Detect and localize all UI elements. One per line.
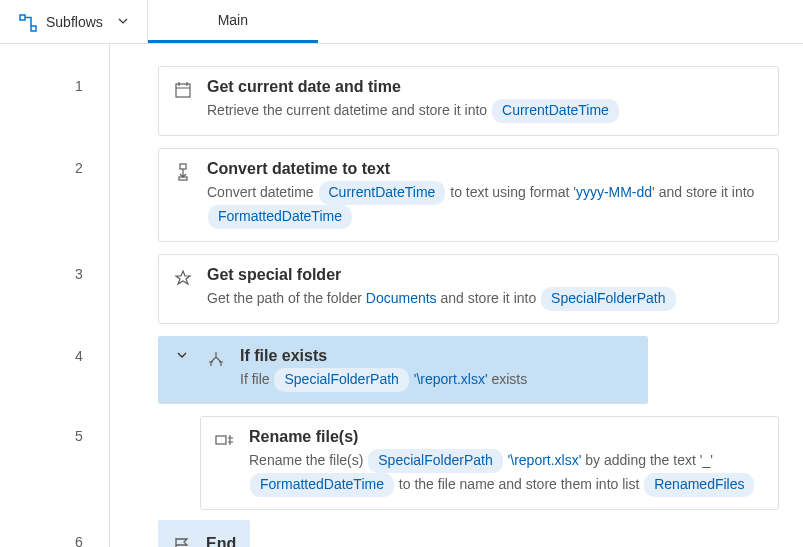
toolbar: Subflows Main <box>0 0 803 44</box>
line-number: 2 <box>24 142 134 176</box>
step-description: Rename the file(s) SpecialFolderPath '\r… <box>249 449 764 497</box>
svg-rect-3 <box>180 164 186 169</box>
chevron-down-icon[interactable] <box>172 349 192 361</box>
flow-step-end[interactable]: 6 End <box>134 516 779 547</box>
svg-rect-1 <box>31 26 36 31</box>
flow-step[interactable]: 1 Get current date and time Retrieve the… <box>134 60 779 142</box>
subflows-label: Subflows <box>46 14 103 30</box>
step-title: Get current date and time <box>207 77 764 97</box>
step-title: Get special folder <box>207 265 764 285</box>
variable-chip[interactable]: SpecialFolderPath <box>368 449 502 473</box>
flow-step-if[interactable]: 4 If file exists If file SpecialFold <box>134 330 779 410</box>
svg-rect-4 <box>179 177 187 180</box>
chevron-down-icon <box>117 14 129 30</box>
step-description: Convert datetime CurrentDateTime to text… <box>207 181 764 229</box>
rename-icon <box>215 430 235 450</box>
svg-rect-5 <box>216 436 226 444</box>
calendar-icon <box>173 80 193 100</box>
svg-rect-0 <box>20 15 25 20</box>
convert-icon <box>173 162 193 182</box>
step-title: Rename file(s) <box>249 427 764 447</box>
line-number: 5 <box>24 410 134 444</box>
flow-icon <box>18 13 38 33</box>
step-title: End <box>206 535 236 548</box>
tab-label: Main <box>218 12 248 28</box>
svg-rect-2 <box>176 84 190 97</box>
line-number: 1 <box>24 60 134 94</box>
tab-bar: Main <box>148 0 318 43</box>
star-icon <box>173 268 193 288</box>
step-description: Get the path of the folder Documents and… <box>207 287 764 311</box>
flow-step[interactable]: 2 Convert datetime to text Convert datet… <box>134 142 779 248</box>
branch-icon <box>206 349 226 369</box>
line-number: 3 <box>24 248 134 282</box>
flow-step[interactable]: 3 Get special folder Get the path of the… <box>134 248 779 330</box>
step-title: Convert datetime to text <box>207 159 764 179</box>
flag-icon <box>172 535 192 547</box>
tab-main[interactable]: Main <box>148 0 318 43</box>
variable-chip[interactable]: CurrentDateTime <box>492 99 619 123</box>
line-gutter <box>0 44 110 547</box>
variable-chip[interactable]: RenamedFiles <box>644 473 754 497</box>
subflows-dropdown[interactable]: Subflows <box>0 0 147 43</box>
step-title: If file exists <box>240 346 634 366</box>
variable-chip[interactable]: FormattedDateTime <box>208 205 352 229</box>
step-description: Retrieve the current datetime and store … <box>207 99 764 123</box>
line-number: 6 <box>24 516 134 547</box>
flow-step-nested[interactable]: 5 Rename file(s) Rename the file(s) Spec… <box>176 410 779 516</box>
flow-content: 1 Get current date and time Retrieve the… <box>110 44 803 547</box>
variable-chip[interactable]: FormattedDateTime <box>250 473 394 497</box>
variable-chip[interactable]: CurrentDateTime <box>319 181 446 205</box>
flow-area: 1 Get current date and time Retrieve the… <box>0 44 803 547</box>
variable-chip[interactable]: SpecialFolderPath <box>541 287 675 311</box>
step-description: If file SpecialFolderPath '\report.xlsx'… <box>240 368 634 392</box>
line-number: 4 <box>24 330 134 364</box>
variable-chip[interactable]: SpecialFolderPath <box>274 368 408 392</box>
